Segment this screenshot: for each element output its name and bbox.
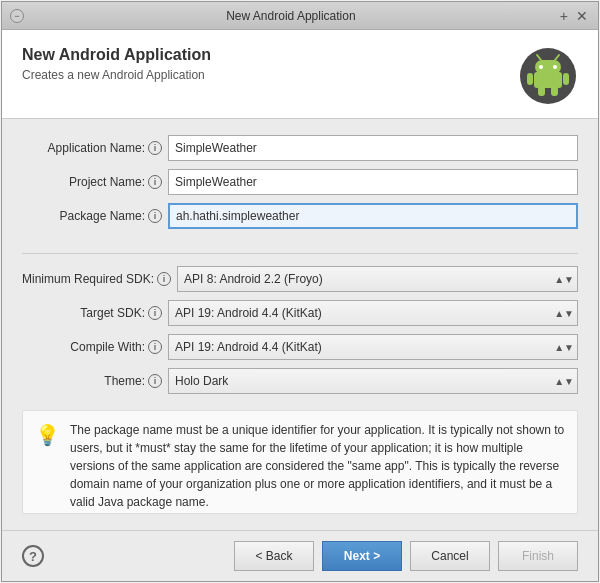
close-button[interactable]: ✕ <box>574 8 590 24</box>
page-title: New Android Application <box>22 46 211 64</box>
finish-button[interactable]: Finish <box>498 541 578 571</box>
project-name-input[interactable] <box>168 169 578 195</box>
footer-left: ? <box>22 545 44 567</box>
svg-rect-9 <box>538 86 545 96</box>
back-button[interactable]: < Back <box>234 541 314 571</box>
package-name-info-icon[interactable]: i <box>148 209 162 223</box>
compile-with-dropdown-wrapper: API 19: Android 4.4 (KitKat) ▲▼ <box>168 334 578 360</box>
package-name-input[interactable] <box>168 203 578 229</box>
svg-rect-8 <box>563 73 569 85</box>
title-bar-right: + ✕ <box>558 8 590 24</box>
target-sdk-label: Target SDK: i <box>22 306 162 320</box>
svg-point-4 <box>553 65 557 69</box>
minimum-sdk-row: Minimum Required SDK: i API 8: Android 2… <box>22 266 578 292</box>
target-sdk-dropdown[interactable]: API 19: Android 4.4 (KitKat) <box>168 300 578 326</box>
application-name-row: Application Name: i <box>22 135 578 161</box>
dialog-body: Application Name: i Project Name: i Pack… <box>2 119 598 530</box>
lightbulb-icon: 💡 <box>35 423 60 503</box>
compile-with-label: Compile With: i <box>22 340 162 354</box>
minimum-sdk-dropdown[interactable]: API 8: Android 2.2 (Froyo) <box>177 266 578 292</box>
sdk-section: Minimum Required SDK: i API 8: Android 2… <box>22 266 578 394</box>
form-section: Application Name: i Project Name: i Pack… <box>22 135 578 229</box>
svg-rect-2 <box>535 60 561 74</box>
minimum-sdk-label: Minimum Required SDK: i <box>22 272 171 286</box>
minimum-sdk-dropdown-wrapper: API 8: Android 2.2 (Froyo) ▲▼ <box>177 266 578 292</box>
dialog-footer: ? < Back Next > Cancel Finish <box>2 530 598 581</box>
header-text: New Android Application Creates a new An… <box>22 46 211 82</box>
target-sdk-row: Target SDK: i API 19: Android 4.4 (KitKa… <box>22 300 578 326</box>
svg-rect-1 <box>534 72 562 88</box>
application-name-info-icon[interactable]: i <box>148 141 162 155</box>
project-name-row: Project Name: i <box>22 169 578 195</box>
android-logo <box>518 46 578 106</box>
cancel-button[interactable]: Cancel <box>410 541 490 571</box>
theme-info-icon[interactable]: i <box>148 374 162 388</box>
svg-point-3 <box>539 65 543 69</box>
next-button[interactable]: Next > <box>322 541 402 571</box>
target-sdk-info-icon[interactable]: i <box>148 306 162 320</box>
svg-rect-7 <box>527 73 533 85</box>
help-icon[interactable]: ? <box>22 545 44 567</box>
project-name-label: Project Name: i <box>22 175 162 189</box>
package-name-row: Package Name: i <box>22 203 578 229</box>
minimize-button[interactable]: − <box>10 9 24 23</box>
footer-buttons: < Back Next > Cancel Finish <box>234 541 578 571</box>
application-name-input[interactable] <box>168 135 578 161</box>
project-name-info-icon[interactable]: i <box>148 175 162 189</box>
maximize-button[interactable]: + <box>558 8 570 24</box>
separator <box>22 253 578 254</box>
package-name-label: Package Name: i <box>22 209 162 223</box>
application-name-label: Application Name: i <box>22 141 162 155</box>
info-box-text: The package name must be a unique identi… <box>70 421 565 503</box>
theme-dropdown-wrapper: Holo Dark ▲▼ <box>168 368 578 394</box>
compile-with-dropdown[interactable]: API 19: Android 4.4 (KitKat) <box>168 334 578 360</box>
title-bar-text: New Android Application <box>24 9 558 23</box>
compile-with-info-icon[interactable]: i <box>148 340 162 354</box>
dialog-window: − New Android Application + ✕ New Androi… <box>1 1 599 582</box>
title-bar-left: − <box>10 9 24 23</box>
theme-label: Theme: i <box>22 374 162 388</box>
theme-row: Theme: i Holo Dark ▲▼ <box>22 368 578 394</box>
theme-dropdown[interactable]: Holo Dark <box>168 368 578 394</box>
title-bar: − New Android Application + ✕ <box>2 2 598 30</box>
page-subtitle: Creates a new Android Application <box>22 68 211 82</box>
dialog-header: New Android Application Creates a new An… <box>2 30 598 119</box>
target-sdk-dropdown-wrapper: API 19: Android 4.4 (KitKat) ▲▼ <box>168 300 578 326</box>
svg-rect-10 <box>551 86 558 96</box>
minimum-sdk-info-icon[interactable]: i <box>157 272 171 286</box>
info-box: 💡 The package name must be a unique iden… <box>22 410 578 514</box>
compile-with-row: Compile With: i API 19: Android 4.4 (Kit… <box>22 334 578 360</box>
